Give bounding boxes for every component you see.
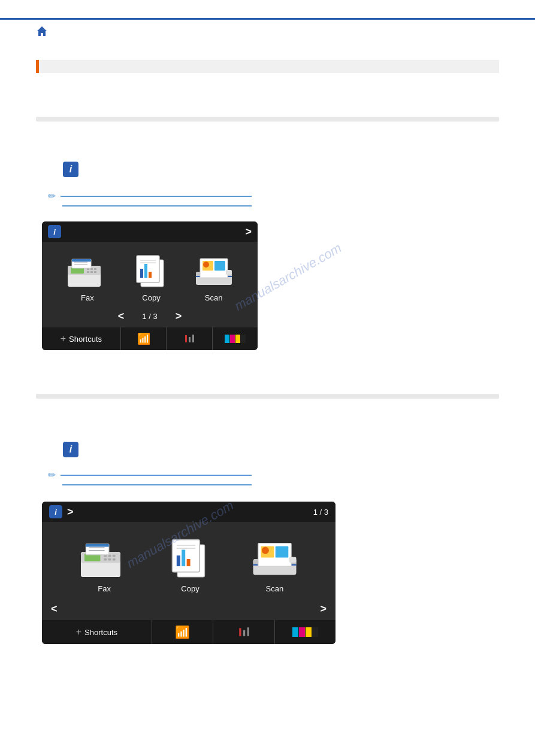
screen2-bottom-bar: + Shortcuts 📶 (42, 620, 335, 644)
screen1-nav-right[interactable]: > (176, 310, 182, 323)
device-screen-1: i > (42, 221, 258, 350)
ink-magenta (230, 335, 235, 343)
screen2-copy-label: Copy (181, 584, 199, 593)
info-icon-2: i (63, 442, 78, 457)
device-screen-2: i > 1 / 3 (42, 502, 335, 644)
svg-rect-13 (72, 259, 91, 262)
svg-rect-48 (182, 549, 186, 566)
pencil-icon-2: ✏ (48, 469, 56, 481)
screen2-tools-icon (237, 626, 251, 638)
screen1-settings-btn[interactable] (167, 327, 212, 350)
top-divider-line (0, 18, 535, 20)
info-icon-1: i (63, 162, 78, 177)
svg-rect-7 (87, 271, 89, 273)
screen2-fax-item[interactable]: Fax (77, 534, 131, 593)
svg-rect-18 (149, 272, 152, 278)
svg-rect-58 (276, 546, 289, 557)
screen1-fax-item[interactable]: Fax (65, 251, 110, 302)
screen2-fax-icon (77, 534, 131, 581)
screen2-scan-icon (249, 538, 300, 581)
svg-rect-27 (214, 261, 225, 271)
svg-rect-30 (189, 337, 191, 342)
ink-black (241, 335, 246, 343)
svg-rect-61 (243, 630, 245, 636)
pencil-icon-1: ✏ (48, 190, 56, 202)
ink2-yellow (306, 627, 312, 637)
screen2-plus-icon: + (76, 627, 81, 637)
svg-rect-29 (185, 335, 187, 342)
screen2-scan-label: Scan (265, 584, 283, 593)
svg-rect-28 (226, 270, 232, 275)
screen2-copy-item[interactable]: Copy (166, 534, 214, 593)
svg-rect-17 (144, 264, 147, 278)
screen2-page-num-top: 1 / 3 (313, 508, 328, 517)
svg-rect-44 (86, 544, 109, 547)
screen2-fax-label: Fax (98, 584, 111, 593)
section-accent-bar (36, 60, 499, 73)
svg-rect-16 (140, 269, 143, 278)
screen2-nav-left[interactable]: < (51, 603, 58, 615)
screen2-wifi-btn[interactable]: 📶 (152, 620, 213, 644)
svg-rect-38 (104, 558, 107, 561)
screen2-nav-right-top[interactable]: > (67, 506, 74, 518)
screen1-nav-left[interactable]: < (118, 310, 125, 323)
screen2-settings-btn[interactable] (213, 620, 274, 644)
svg-rect-60 (239, 628, 241, 636)
copy-icon (132, 251, 171, 290)
svg-rect-62 (247, 627, 249, 636)
svg-rect-31 (192, 335, 194, 342)
screen2-wifi-icon: 📶 (175, 625, 190, 639)
svg-rect-6 (94, 268, 96, 270)
screen1-pagination: < 1 / 3 > (42, 305, 258, 327)
pencil-area-2: ✏ (48, 469, 252, 485)
ink2-magenta (299, 627, 305, 637)
gray-separator-1 (36, 117, 499, 122)
screen1-tools-icon (183, 333, 195, 344)
screen1-plus-icon: + (61, 333, 66, 344)
screen1-scan-label: Scan (205, 293, 223, 302)
pencil-area-1: ✏ (48, 190, 252, 207)
ink2-black (312, 627, 318, 637)
screen2-info-icon: i (49, 505, 62, 518)
svg-rect-47 (177, 555, 180, 566)
screen2-icons-area: Fax Copy (42, 522, 335, 598)
svg-marker-0 (37, 26, 47, 36)
screen1-fax-label: Fax (81, 293, 94, 302)
screen1-copy-item[interactable]: Copy (132, 251, 171, 302)
screen1-scan-item[interactable]: Scan (193, 254, 235, 302)
screen2-pagination: < > (42, 598, 335, 620)
svg-rect-5 (90, 268, 93, 270)
svg-rect-9 (94, 271, 96, 273)
svg-rect-39 (108, 558, 111, 561)
screen1-shortcuts-label: Shortcuts (69, 335, 102, 344)
svg-rect-49 (187, 559, 191, 566)
screen1-bottom-bar: + Shortcuts 📶 (42, 327, 258, 350)
svg-rect-59 (289, 557, 296, 563)
screen1-wifi-icon: 📶 (137, 332, 150, 345)
ink2-cyan (292, 627, 298, 637)
screen1-wifi-btn[interactable]: 📶 (121, 327, 167, 350)
svg-rect-46 (173, 540, 200, 572)
svg-rect-15 (137, 256, 159, 283)
screen1-nav-right-top[interactable]: > (245, 226, 252, 238)
screen1-info-icon: i (48, 225, 61, 238)
screen2-scan-item[interactable]: Scan (249, 538, 300, 593)
gray-separator-2 (36, 394, 499, 399)
screen2-ink-colors (292, 627, 318, 637)
svg-rect-36 (108, 555, 111, 557)
screen1-page-num: 1 / 3 (142, 312, 157, 321)
screen1-ink-btn[interactable] (213, 327, 258, 350)
screen2-nav-right[interactable]: > (320, 603, 327, 615)
screen2-ink-btn[interactable] (275, 620, 335, 644)
scan-icon (193, 254, 235, 290)
screen1-shortcuts-btn[interactable]: + Shortcuts (42, 327, 121, 350)
svg-rect-37 (113, 555, 116, 557)
ink-cyan (225, 335, 229, 343)
screen2-shortcuts-btn[interactable]: + Shortcuts (42, 620, 152, 644)
svg-point-57 (262, 547, 269, 554)
ink-yellow (235, 335, 240, 343)
screen2-top-bar: i > 1 / 3 (42, 502, 335, 522)
screen1-copy-label: Copy (142, 293, 160, 302)
svg-point-26 (203, 262, 209, 268)
home-icon[interactable] (36, 25, 48, 39)
